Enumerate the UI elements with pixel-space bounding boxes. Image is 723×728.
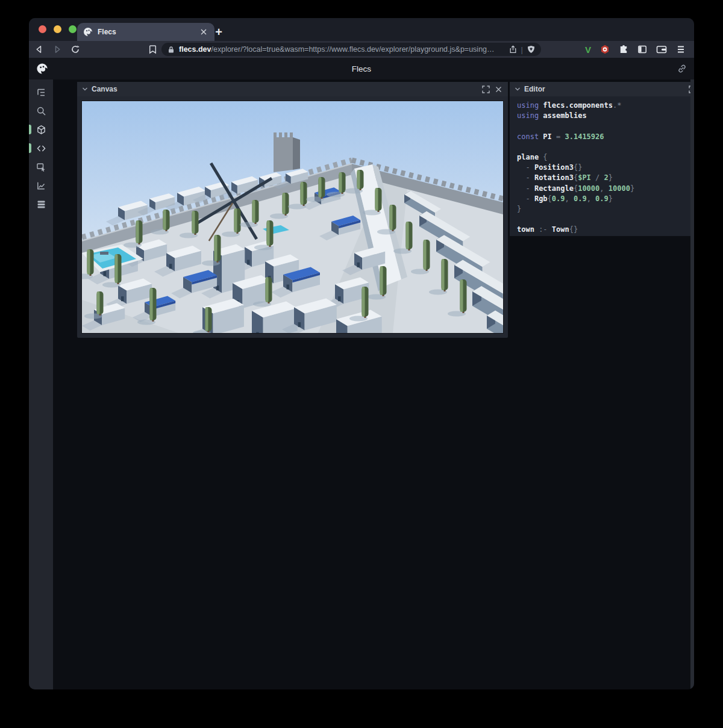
address-bar[interactable]: flecs.dev/explorer/?local=true&wasm=http… — [161, 43, 541, 56]
url-text: flecs.dev/explorer/?local=true&wasm=http… — [179, 45, 505, 54]
close-icon[interactable] — [494, 85, 503, 94]
toolbar-extensions: V — [585, 41, 686, 58]
canvas-panel-header[interactable]: Canvas — [77, 82, 508, 96]
reload-button[interactable] — [67, 43, 83, 56]
bookmark-icon[interactable] — [145, 43, 160, 56]
editor-panel-header[interactable]: Editor — [510, 82, 694, 96]
traffic-lights — [39, 25, 77, 33]
minimize-window-button[interactable] — [54, 25, 61, 33]
editor-panel-title: Editor — [524, 85, 684, 93]
red-extension-icon[interactable] — [600, 45, 610, 54]
scrollbar-track[interactable] — [690, 79, 694, 689]
canvas-panel-title: Canvas — [92, 85, 478, 93]
puzzle-extensions-icon[interactable] — [619, 45, 628, 54]
app-header: Flecs — [29, 58, 694, 79]
sidebar-item-inspect[interactable] — [36, 161, 46, 172]
new-tab-button[interactable]: + — [210, 23, 228, 41]
code-editor[interactable]: using flecs.components.*using assemblies… — [510, 96, 694, 236]
tab-close-icon[interactable] — [199, 27, 208, 37]
sidebar-icon[interactable] — [637, 45, 647, 54]
zoom-window-button[interactable] — [69, 25, 77, 33]
sidebar-item-outliner[interactable] — [36, 87, 46, 98]
workspace: Canvas Editor — [53, 79, 694, 689]
tab-flecs[interactable]: Flecs — [77, 23, 214, 41]
permalink-icon[interactable] — [677, 64, 687, 73]
tab-bar: Flecs + — [29, 18, 694, 41]
shield-icon[interactable] — [527, 45, 535, 54]
navigation-toolbar: flecs.dev/explorer/?local=true&wasm=http… — [29, 41, 694, 58]
share-icon[interactable] — [509, 45, 517, 54]
canvas-active-indicator — [29, 125, 31, 134]
vimium-extension-icon[interactable]: V — [585, 45, 591, 55]
editor-active-indicator — [29, 143, 31, 153]
sidebar-item-editor[interactable] — [36, 143, 46, 154]
left-sidebar — [29, 79, 53, 689]
url-domain: flecs.dev — [179, 45, 211, 54]
chevron-down-icon[interactable] — [82, 86, 88, 92]
wallet-icon[interactable] — [656, 45, 667, 54]
app-body: Canvas Editor — [29, 79, 694, 689]
lock-icon — [167, 46, 175, 54]
sidebar-item-tables[interactable] — [36, 199, 46, 210]
flecs-favicon-icon — [83, 27, 93, 37]
forward-button[interactable] — [49, 43, 65, 56]
sidebar-item-search[interactable] — [36, 105, 46, 116]
fullscreen-icon[interactable] — [481, 85, 490, 94]
urlbar-separator: | — [521, 45, 523, 54]
close-window-button[interactable] — [39, 25, 46, 33]
browser-window: Flecs + flecs.dev/explorer/?local=true&w… — [29, 18, 694, 689]
menu-icon[interactable] — [676, 45, 686, 54]
canvas-panel: Canvas — [77, 82, 508, 338]
chevron-down-icon[interactable] — [515, 86, 521, 92]
editor-panel: Editor using flecs.components.*using ass… — [510, 82, 694, 236]
sidebar-item-stats[interactable] — [36, 180, 46, 191]
back-button[interactable] — [31, 43, 47, 56]
url-path: /explorer/?local=true&wasm=https://www.f… — [211, 45, 495, 54]
canvas-3d-scene[interactable] — [82, 101, 503, 333]
sidebar-item-canvas[interactable] — [36, 124, 46, 135]
page-title: Flecs — [29, 64, 694, 73]
tab-title: Flecs — [98, 28, 194, 36]
